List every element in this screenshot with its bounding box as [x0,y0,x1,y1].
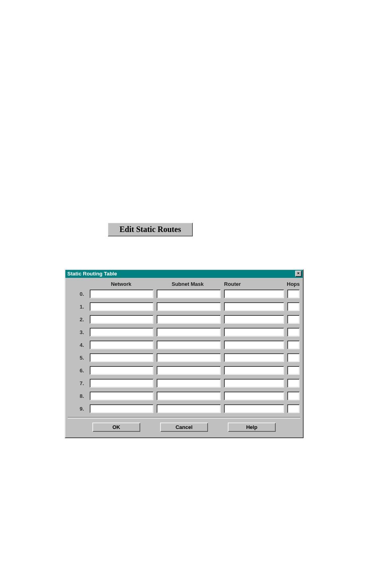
table-row: 4. [69,340,300,349]
subnet-mask-input[interactable] [157,328,221,336]
network-input[interactable] [90,404,154,413]
ok-button[interactable]: OK [92,423,140,432]
static-routing-table-dialog: Static Routing Table × Network Subnet Ma… [65,269,304,438]
dialog-title: Static Routing Table [67,271,117,277]
router-input[interactable] [224,379,284,387]
hops-input[interactable] [287,404,300,413]
row-index: 9. [69,406,90,412]
hops-input[interactable] [287,366,300,375]
table-row: 0. [69,289,300,298]
network-input[interactable] [90,379,154,387]
row-index: 3. [69,329,90,335]
help-button[interactable]: Help [228,423,276,432]
network-input[interactable] [90,353,154,362]
dialog-button-row: OK Cancel Help [69,423,300,433]
subnet-mask-input[interactable] [157,404,221,413]
network-input[interactable] [90,302,154,311]
network-input[interactable] [90,366,154,375]
table-row: 3. [69,328,300,336]
row-index: 1. [69,304,90,310]
header-subnet-mask: Subnet Mask [156,281,219,287]
subnet-mask-input[interactable] [157,366,221,375]
separator [68,417,300,419]
router-input[interactable] [224,353,284,362]
network-input[interactable] [90,315,154,324]
close-icon[interactable]: × [295,271,302,277]
row-index: 7. [69,380,90,386]
network-input[interactable] [90,340,154,349]
network-input[interactable] [90,391,154,400]
hops-input[interactable] [287,302,300,311]
row-index: 5. [69,355,90,361]
row-index: 4. [69,342,90,348]
subnet-mask-input[interactable] [157,379,221,387]
table-row: 9. [69,404,300,413]
header-network: Network [90,281,153,287]
row-index: 0. [69,291,90,297]
column-headers: Network Subnet Mask Router Hops [69,281,300,287]
row-index: 8. [69,393,90,399]
hops-input[interactable] [287,391,300,400]
subnet-mask-input[interactable] [157,340,221,349]
header-hops: Hops [287,281,300,287]
subnet-mask-input[interactable] [157,302,221,311]
network-input[interactable] [90,328,154,336]
edit-static-routes-button[interactable]: Edit Static Routes [108,222,193,236]
router-input[interactable] [224,404,284,413]
row-index: 2. [69,317,90,323]
hops-input[interactable] [287,340,300,349]
row-index: 6. [69,368,90,374]
hops-input[interactable] [287,315,300,324]
subnet-mask-input[interactable] [157,289,221,298]
hops-input[interactable] [287,328,300,336]
cancel-button[interactable]: Cancel [160,423,208,432]
router-input[interactable] [224,302,284,311]
header-router: Router [223,281,284,287]
hops-input[interactable] [287,353,300,362]
subnet-mask-input[interactable] [157,353,221,362]
hops-input[interactable] [287,289,300,298]
router-input[interactable] [224,328,284,336]
titlebar: Static Routing Table × [65,270,303,278]
table-row: 5. [69,353,300,362]
table-row: 7. [69,379,300,387]
network-input[interactable] [90,289,154,298]
router-input[interactable] [224,391,284,400]
router-input[interactable] [224,340,284,349]
table-row: 2. [69,315,300,324]
router-input[interactable] [224,289,284,298]
subnet-mask-input[interactable] [157,391,221,400]
router-input[interactable] [224,366,284,375]
hops-input[interactable] [287,379,300,387]
table-row: 8. [69,391,300,400]
table-row: 6. [69,366,300,375]
router-input[interactable] [224,315,284,324]
subnet-mask-input[interactable] [157,315,221,324]
table-row: 1. [69,302,300,311]
